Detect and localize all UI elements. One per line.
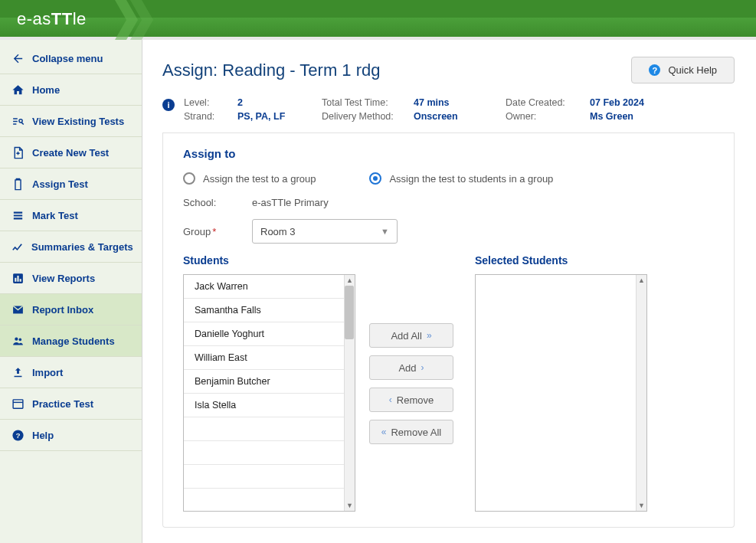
student-row[interactable]: Jack Warren <box>184 275 344 299</box>
radio-label: Assign the test to students in a group <box>389 173 553 185</box>
page-title: Assign: Reading - Term 1 rdg <box>162 61 381 80</box>
sidebar-item-view-reports[interactable]: View Reports <box>0 263 142 294</box>
sidebar-item-label: Practice Test <box>32 398 93 410</box>
total-time-value: 47 mins <box>414 97 498 108</box>
search-list-icon <box>11 114 25 128</box>
sidebar-item-report-inbox[interactable]: Report Inbox <box>0 294 142 325</box>
school-label: School: <box>183 197 252 208</box>
scroll-thumb[interactable] <box>345 286 354 339</box>
student-row[interactable]: Benjamin Butcher <box>184 370 344 394</box>
student-row[interactable]: Samantha Falls <box>184 299 344 322</box>
group-select[interactable]: Room 3 ▼ <box>252 219 398 244</box>
sidebar-item-create-new-test[interactable]: Create New Test <box>0 137 142 168</box>
sidebar-item-label: Report Inbox <box>32 304 93 316</box>
students-heading: Students <box>183 254 355 267</box>
delivery-method-value: Onscreen <box>414 111 498 122</box>
help-icon: ? <box>649 64 660 76</box>
sidebar-item-label: View Existing Tests <box>32 116 124 127</box>
header-chevrons <box>115 0 176 40</box>
date-created-value: 07 Feb 2024 <box>590 97 674 108</box>
upload-icon <box>11 365 25 379</box>
sidebar-item-label: Help <box>32 430 54 441</box>
group-selected-value: Room 3 <box>260 226 296 237</box>
panel-icon <box>11 397 25 411</box>
svg-rect-4 <box>15 277 16 281</box>
sidebar-item-manage-students[interactable]: Manage Students <box>0 325 142 357</box>
chart-line-icon <box>11 240 24 254</box>
date-created-label: Date Created: <box>506 97 582 108</box>
selected-students-listbox[interactable]: ▲ ▼ <box>475 274 647 512</box>
svg-rect-5 <box>17 275 18 281</box>
mail-icon <box>11 303 25 316</box>
total-time-label: Total Test Time: <box>322 97 406 108</box>
double-chevron-left-icon: « <box>381 427 387 437</box>
sidebar-item-summaries-targets[interactable]: Summaries & Targets <box>0 231 142 263</box>
sidebar-item-home[interactable]: Home <box>0 74 142 106</box>
sidebar-item-label: View Reports <box>32 273 95 284</box>
sidebar-item-help[interactable]: ?Help <box>0 420 142 451</box>
sidebar-item-import[interactable]: Import <box>0 357 142 388</box>
svg-point-2 <box>18 119 21 122</box>
student-row[interactable] <box>184 465 344 489</box>
arrow-left-icon <box>11 51 25 65</box>
scroll-up-icon[interactable]: ▲ <box>345 275 355 286</box>
sidebar-item-label: Assign Test <box>32 178 88 190</box>
sidebar-item-label: Summaries & Targets <box>31 241 133 253</box>
radio-assign-students[interactable]: Assign the test to students in a group <box>369 172 553 185</box>
strand-value: PS, PA, LF <box>237 111 314 122</box>
chevron-left-icon: ‹ <box>389 394 392 405</box>
sidebar-item-label: Create New Test <box>32 147 109 159</box>
radio-label: Assign the test to a group <box>203 173 316 185</box>
student-row[interactable] <box>184 489 344 512</box>
student-row[interactable]: William East <box>184 346 344 370</box>
strand-label: Strand: <box>184 111 230 122</box>
sidebar: Collapse menu HomeView Existing TestsCre… <box>0 40 142 543</box>
svg-text:?: ? <box>15 431 20 440</box>
selected-students-heading: Selected Students <box>475 254 647 267</box>
delivery-method-label: Delivery Method: <box>322 111 406 122</box>
double-chevron-right-icon: » <box>427 330 432 341</box>
content-area: Assign: Reading - Term 1 rdg ? Quick Hel… <box>142 40 756 543</box>
new-doc-icon <box>11 146 25 159</box>
radio-icon <box>369 172 381 185</box>
scroll-up-icon[interactable]: ▲ <box>637 275 646 286</box>
student-row[interactable]: Danielle Yoghurt <box>184 322 344 346</box>
add-button[interactable]: Add › <box>369 355 453 380</box>
scroll-down-icon[interactable]: ▼ <box>345 500 355 511</box>
sidebar-item-assign-test[interactable]: Assign Test <box>0 168 142 200</box>
svg-rect-9 <box>13 399 23 407</box>
sidebar-item-label: Collapse menu <box>32 53 103 64</box>
svg-point-7 <box>15 337 18 340</box>
school-value: e-asTTle Primary <box>252 197 329 208</box>
collapse-menu[interactable]: Collapse menu <box>0 43 142 74</box>
scrollbar[interactable]: ▲ ▼ <box>344 275 355 511</box>
sidebar-item-label: Manage Students <box>32 335 115 347</box>
help-icon: ? <box>11 428 25 442</box>
student-row[interactable] <box>184 417 344 441</box>
sidebar-item-view-existing-tests[interactable]: View Existing Tests <box>0 106 142 137</box>
student-row[interactable]: Isla Stella <box>184 394 344 417</box>
quick-help-button[interactable]: ? Quick Help <box>631 57 735 83</box>
assign-panel: Assign to Assign the test to a group Ass… <box>162 133 735 528</box>
group-label: Group* <box>183 226 252 237</box>
bar-chart-icon <box>11 271 25 285</box>
clipboard-icon <box>11 177 25 191</box>
students-listbox[interactable]: Jack WarrenSamantha FallsDanielle Yoghur… <box>183 274 355 512</box>
sidebar-item-mark-test[interactable]: Mark Test <box>0 200 142 231</box>
quick-help-label: Quick Help <box>668 64 717 76</box>
scrollbar[interactable]: ▲ ▼ <box>636 275 646 511</box>
sidebar-item-practice-test[interactable]: Practice Test <box>0 388 142 420</box>
add-all-button[interactable]: Add All » <box>369 323 453 348</box>
test-info-bar: i Level: 2 Total Test Time: 47 mins Date… <box>162 94 735 133</box>
remove-button[interactable]: ‹ Remove <box>369 388 453 412</box>
student-row[interactable] <box>184 441 344 465</box>
owner-label: Owner: <box>506 111 582 122</box>
svg-rect-6 <box>19 279 21 282</box>
scroll-down-icon[interactable]: ▼ <box>637 500 646 511</box>
radio-assign-group[interactable]: Assign the test to a group <box>183 172 316 185</box>
sidebar-item-label: Import <box>32 367 63 378</box>
remove-all-button[interactable]: « Remove All <box>369 420 453 444</box>
level-label: Level: <box>184 97 230 108</box>
app-header: e-asTTle <box>0 0 756 40</box>
info-icon: i <box>162 99 175 111</box>
